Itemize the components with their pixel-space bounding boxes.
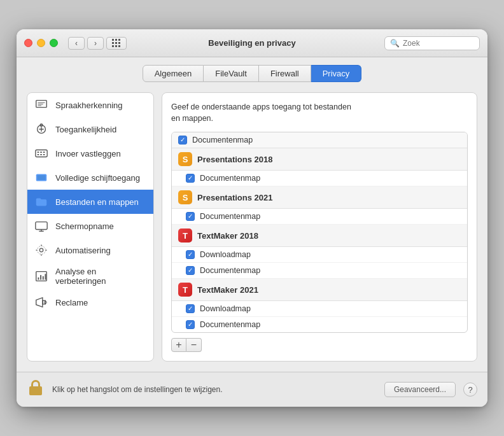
textmaker2021-icon: T xyxy=(178,283,192,297)
titlebar: ‹ › Beveiliging en privacy 🔍 xyxy=(17,29,487,57)
sidebar-item-label: Automatisering xyxy=(55,246,111,255)
sidebar-item-label: Bestanden en mappen xyxy=(55,197,139,207)
permission-label-dl1: Downloadmap xyxy=(200,250,251,259)
sidebar-item-label: Analyse en verbeteringen xyxy=(55,267,147,286)
svg-rect-12 xyxy=(38,154,39,155)
sidebar-item-bestanden[interactable]: Bestanden en mappen xyxy=(27,190,153,214)
svg-rect-23 xyxy=(38,278,39,280)
sidebar-item-label: Toegankelijkheid xyxy=(55,125,116,134)
permission-row: Documentenmap xyxy=(172,132,467,148)
main-panel: Geef de onderstaande apps toegang tot be… xyxy=(162,92,477,362)
search-box[interactable]: 🔍 xyxy=(384,36,480,50)
tab-filevault[interactable]: FileVault xyxy=(204,65,259,82)
permission-row-doc3: Documentenmap xyxy=(172,263,467,279)
lock-text: Klik op het hangslot om de instellingen … xyxy=(52,385,377,394)
sidebar-item-toegankelijkheid[interactable]: Toegankelijkheid xyxy=(27,117,153,141)
svg-rect-16 xyxy=(38,175,46,179)
analyse-icon xyxy=(34,269,49,284)
grid-view-button[interactable] xyxy=(106,37,127,50)
nav-buttons: ‹ › xyxy=(68,37,104,50)
main-description: Geef de onderstaande apps toegang tot be… xyxy=(171,102,468,124)
svg-rect-9 xyxy=(38,151,39,153)
schijftoegang-icon xyxy=(34,170,49,185)
bottom-bar: Klik op het hangslot om de instellingen … xyxy=(17,372,487,407)
remove-button[interactable]: − xyxy=(186,338,202,352)
sidebar-item-analyse[interactable]: Analyse en verbeteringen xyxy=(27,262,153,290)
permission-label-dl2: Downloadmap xyxy=(200,304,251,313)
sidebar-item-schermopname[interactable]: Schermopname xyxy=(27,214,153,238)
reclame-icon xyxy=(34,295,49,310)
schermopname-icon xyxy=(34,218,49,234)
help-button[interactable]: ? xyxy=(463,383,477,397)
svg-rect-8 xyxy=(36,150,47,157)
permission-row-doc2: Documentenmap xyxy=(172,209,467,225)
sidebar-item-label: Reclame xyxy=(55,298,88,307)
textmaker2018-name: TextMaker 2018 xyxy=(197,231,258,241)
sidebar-item-invoer[interactable]: Invoer vastleggen xyxy=(27,141,153,165)
svg-point-21 xyxy=(38,246,46,255)
window-title: Beveiliging en privacy xyxy=(208,38,295,48)
svg-rect-25 xyxy=(43,276,44,280)
close-button[interactable] xyxy=(24,39,32,47)
lock-icon[interactable] xyxy=(27,380,45,399)
invoer-icon xyxy=(34,146,49,161)
automatisering-icon xyxy=(34,243,49,258)
app-header-presentations2018: S Presentations 2018 xyxy=(172,148,467,171)
svg-rect-26 xyxy=(45,274,46,279)
main-window: ‹ › Beveiliging en privacy 🔍 Algemeen Fi… xyxy=(17,29,487,407)
grid-icon xyxy=(112,39,121,48)
traffic-lights xyxy=(24,39,58,47)
tab-firewall[interactable]: Firewall xyxy=(259,65,311,82)
toegankelijkheid-icon xyxy=(34,122,49,137)
app-header-presentations2021: S Presentations 2021 xyxy=(172,186,467,209)
checkbox-doc4[interactable] xyxy=(186,320,195,329)
sidebar-item-label: Invoer vastleggen xyxy=(55,149,121,158)
svg-point-20 xyxy=(39,248,43,252)
forward-button[interactable]: › xyxy=(87,37,104,50)
checkbox-doc1[interactable] xyxy=(186,174,195,183)
permission-label-doc1: Documentenmap xyxy=(200,174,260,183)
presentations2018-name: Presentations 2018 xyxy=(197,155,273,164)
sidebar-item-automatisering[interactable]: Automatisering xyxy=(27,238,153,262)
app-header-textmaker2021: T TextMaker 2021 xyxy=(172,279,467,301)
app-list: Documentenmap S Presentations 2018 Docum… xyxy=(171,132,468,333)
spraakherkenning-icon xyxy=(34,97,49,113)
permission-label: Documentenmap xyxy=(192,136,253,144)
sidebar-item-label: Volledige schijftoegang xyxy=(55,173,140,183)
checkbox-dl1[interactable] xyxy=(186,250,195,259)
sidebar-item-spraakherkenning[interactable]: Spraakherkenning xyxy=(27,93,153,117)
permission-row-doc1: Documentenmap xyxy=(172,171,467,186)
svg-rect-24 xyxy=(40,275,41,279)
presentations2021-name: Presentations 2021 xyxy=(197,193,273,202)
permission-label-doc4: Documentenmap xyxy=(200,320,260,329)
checkbox-doc2[interactable] xyxy=(186,212,195,221)
add-button[interactable]: + xyxy=(171,338,186,352)
checkbox-dl2[interactable] xyxy=(186,304,195,313)
svg-rect-10 xyxy=(40,151,42,153)
search-input[interactable] xyxy=(403,39,474,48)
sidebar-item-schijftoegang[interactable]: Volledige schijftoegang xyxy=(27,165,153,190)
search-icon: 🔍 xyxy=(390,39,400,48)
textmaker2021-name: TextMaker 2021 xyxy=(197,285,258,295)
checkbox-doc3[interactable] xyxy=(186,266,195,275)
bestanden-icon xyxy=(34,194,49,209)
checkbox-documentenmap-top[interactable] xyxy=(178,136,187,144)
permission-row-dl1: Downloadmap xyxy=(172,247,467,263)
textmaker2018-icon: T xyxy=(178,229,192,243)
back-button[interactable]: ‹ xyxy=(68,37,85,50)
svg-rect-14 xyxy=(43,154,45,155)
list-actions: + − xyxy=(171,338,468,352)
permission-label-doc3: Documentenmap xyxy=(200,266,260,275)
minimize-button[interactable] xyxy=(37,39,45,47)
permission-row-dl2: Downloadmap xyxy=(172,301,467,317)
app-header-textmaker2018: T TextMaker 2018 xyxy=(172,225,467,247)
maximize-button[interactable] xyxy=(50,39,58,47)
tab-algemeen[interactable]: Algemeen xyxy=(143,65,204,82)
sidebar-item-reclame[interactable]: Reclame xyxy=(27,290,153,314)
svg-rect-11 xyxy=(43,151,45,153)
tab-privacy[interactable]: Privacy xyxy=(311,65,362,82)
sidebar-item-label: Schermopname xyxy=(55,222,114,231)
advanced-button[interactable]: Geavanceerd... xyxy=(384,382,456,397)
sidebar: Spraakherkenning Toegankelijkheid xyxy=(27,92,154,362)
tabs-bar: Algemeen FileVault Firewall Privacy xyxy=(17,57,487,82)
